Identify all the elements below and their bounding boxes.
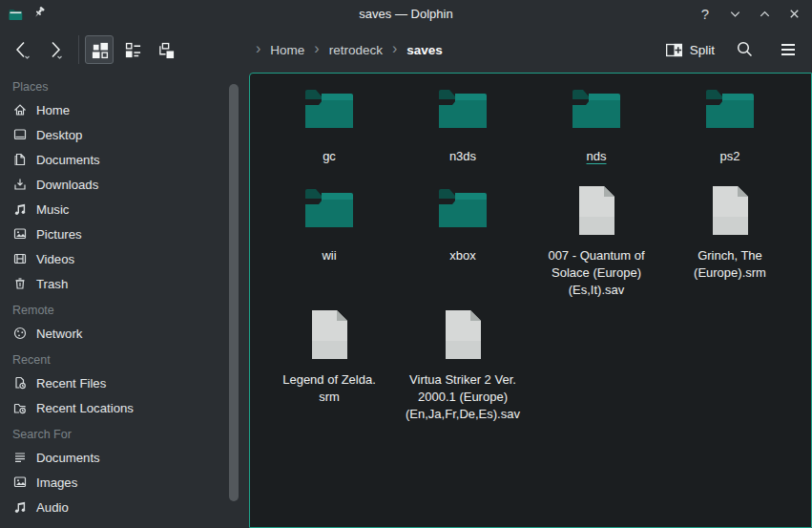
sidebar-item-recent-files[interactable]: Recent Files — [0, 370, 249, 395]
sidebar-item-pictures[interactable]: Pictures — [0, 222, 249, 246]
sidebar-item-label: Recent Files — [36, 376, 106, 391]
sidebar-item-label: Recent Locations — [36, 401, 134, 415]
split-label: Split — [690, 43, 715, 57]
recent-file-icon — [11, 375, 28, 391]
film-icon — [11, 251, 28, 267]
section-remote: Remote — [0, 296, 249, 321]
file-icon — [310, 308, 349, 364]
sidebar-scrollbar[interactable] — [229, 84, 239, 501]
sidebar-item-documents[interactable]: Documents — [0, 147, 249, 172]
folder-icon — [436, 85, 489, 140]
item-label: ps2 — [720, 148, 740, 165]
section-recent: Recent — [0, 346, 249, 370]
text-lines-icon — [11, 450, 28, 466]
breadcrumb-current[interactable]: saves — [405, 43, 445, 57]
back-button[interactable] — [8, 35, 36, 64]
maximize-button[interactable] — [756, 5, 773, 22]
music-note-icon — [11, 499, 28, 516]
help-button[interactable]: ? — [697, 5, 714, 22]
folder-item-n3ds[interactable]: n3ds — [396, 81, 530, 180]
folder-item-xbox[interactable]: xbox — [396, 180, 530, 305]
folder-view: gc n3ds nds ps2 wii — [249, 73, 812, 528]
window-title: saves — Dolphin — [0, 7, 812, 21]
sidebar-item-downloads[interactable]: Downloads — [0, 172, 249, 197]
search-button[interactable] — [730, 35, 759, 64]
icons-view-button[interactable] — [85, 35, 114, 64]
places-panel: Places Home Desktop Documents — [0, 73, 249, 528]
download-icon — [11, 177, 28, 193]
details-view-button[interactable] — [118, 35, 147, 64]
titlebar[interactable]: saves — Dolphin ? — [0, 0, 812, 27]
tree-view-button[interactable] — [152, 35, 180, 64]
sidebar-item-label: Home — [36, 103, 70, 117]
hamburger-icon — [779, 40, 798, 59]
sidebar-item-label: Documents — [36, 451, 100, 465]
search-icon — [735, 40, 754, 59]
item-label: wii — [322, 247, 336, 264]
chevron-right-icon: › — [248, 40, 268, 59]
file-item-legend-of-zelda[interactable]: Legend of Zelda. srm — [262, 305, 396, 423]
breadcrumb-home[interactable]: Home — [268, 43, 306, 57]
item-label: Legend of Zelda. srm — [282, 371, 376, 406]
sidebar-item-home[interactable]: Home — [0, 97, 249, 122]
sidebar-item-trash[interactable]: Trash — [0, 271, 249, 296]
close-button[interactable] — [785, 5, 802, 22]
sidebar-item-videos[interactable]: Videos — [0, 246, 249, 271]
item-label: n3ds — [449, 148, 476, 165]
item-label: xbox — [449, 247, 475, 264]
sidebar-item-label: Downloads — [36, 178, 98, 192]
folder-icon — [302, 184, 356, 240]
sidebar-item-label: Images — [36, 475, 77, 490]
forward-button[interactable] — [40, 35, 69, 64]
file-item-grinch-the[interactable]: Grinch, The (Europe).srm — [663, 180, 797, 305]
file-item-virtua-striker-2[interactable]: Virtua Striker 2 Ver. 2000.1 (Europe) (E… — [396, 305, 530, 423]
window-body: Places Home Desktop Documents — [0, 73, 812, 528]
section-places: Places — [0, 78, 249, 97]
folder-item-ps2[interactable]: ps2 — [663, 81, 797, 180]
sidebar-item-label: Videos — [36, 252, 74, 266]
folder-item-nds[interactable]: nds — [530, 81, 663, 180]
item-label: gc — [323, 148, 336, 165]
network-icon — [11, 326, 28, 342]
sidebar-item-recent-locations[interactable]: Recent Locations — [0, 395, 249, 420]
image-icon — [11, 475, 28, 491]
file-icon — [444, 308, 483, 364]
sidebar-item-network[interactable]: Network — [0, 321, 249, 346]
sidebar-item-desktop[interactable]: Desktop — [0, 122, 249, 147]
file-icon — [577, 184, 616, 240]
sidebar-item-search-documents[interactable]: Documents — [0, 445, 249, 470]
sidebar-item-search-audio[interactable]: Audio — [0, 495, 249, 519]
file-icon — [711, 184, 750, 240]
item-label: Virtua Striker 2 Ver. 2000.1 (Europe) (E… — [406, 371, 520, 423]
folder-icon — [302, 85, 356, 140]
section-search-for: Search For — [0, 420, 249, 445]
dolphin-window: saves — Dolphin ? — [0, 0, 812, 528]
recent-folder-icon — [11, 400, 28, 416]
music-note-icon — [11, 201, 28, 218]
item-label: nds — [587, 148, 607, 165]
dolphin-app-icon — [8, 6, 23, 21]
chevron-right-icon: › — [385, 40, 405, 59]
breadcrumb-retrodeck[interactable]: retrodeck — [327, 43, 385, 57]
desktop-icon — [11, 127, 28, 143]
item-label: 007 - Quantum of Solace (Europe) (Es,It)… — [548, 247, 644, 299]
home-icon — [11, 102, 28, 118]
pin-icon[interactable] — [32, 6, 48, 21]
split-button[interactable]: Split — [665, 42, 715, 58]
folder-icon — [703, 85, 757, 140]
sidebar-item-music[interactable]: Music — [0, 197, 249, 222]
folder-item-wii[interactable]: wii — [262, 180, 396, 305]
document-icon — [11, 152, 28, 168]
toolbar: › Home › retrodeck › saves Split — [0, 27, 812, 73]
image-icon — [11, 226, 28, 243]
sidebar-item-label: Music — [36, 202, 69, 217]
file-item-007-quantum-of-solace[interactable]: 007 - Quantum of Solace (Europe) (Es,It)… — [530, 180, 663, 305]
minimize-button[interactable] — [726, 5, 743, 22]
chevron-right-icon: › — [306, 40, 326, 59]
sidebar-item-label: Network — [36, 327, 82, 341]
sidebar-item-label: Desktop — [36, 128, 82, 142]
hamburger-menu-button[interactable] — [774, 35, 802, 64]
sidebar-item-search-images[interactable]: Images — [0, 470, 249, 495]
folder-item-gc[interactable]: gc — [262, 81, 396, 180]
item-label: Grinch, The (Europe).srm — [694, 247, 766, 282]
